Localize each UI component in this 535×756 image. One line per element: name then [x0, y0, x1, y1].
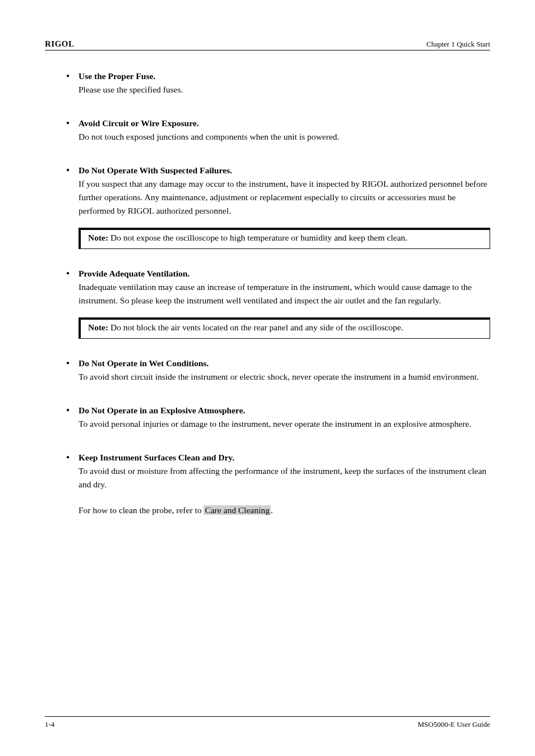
list-item: Avoid Circuit or Wire Exposure. Do not t…	[66, 117, 490, 144]
list-item: Do Not Operate With Suspected Failures. …	[66, 164, 490, 253]
list-item: Use the Proper Fuse. Please use the spec…	[66, 70, 490, 96]
item-text: Please use the specified fuses.	[79, 85, 183, 94]
note-body: Do not expose the oscilloscope to high t…	[108, 233, 407, 242]
page-footer: 1-4 MSO5000-E User Guide	[45, 716, 490, 729]
page-number: 1-4	[45, 720, 54, 729]
list-item: Provide Adequate Ventilation. Inadequate…	[66, 267, 490, 343]
page-header: RIGOL Chapter 1 Quick Start	[45, 39, 490, 50]
note-body: Do not block the air vents located on th…	[108, 322, 403, 332]
list-item: Do Not Operate in an Explosive Atmospher…	[66, 404, 490, 431]
text-fragment: .	[271, 505, 273, 515]
list-item: Do Not Operate in Wet Conditions. To avo…	[66, 357, 490, 384]
item-text: To avoid personal injuries or damage to …	[79, 419, 472, 428]
bullet-icon	[66, 404, 79, 431]
item-title: Do Not Operate in an Explosive Atmospher…	[79, 404, 490, 417]
item-title: Keep Instrument Surfaces Clean and Dry.	[79, 451, 490, 464]
item-title: Use the Proper Fuse.	[79, 70, 490, 83]
item-title: Provide Adequate Ventilation.	[79, 267, 490, 280]
note-box: Note: Do not block the air vents located…	[79, 317, 490, 339]
bullet-icon	[66, 164, 79, 253]
bullet-icon	[66, 117, 79, 144]
bullet-icon	[66, 451, 79, 517]
content-body: Use the Proper Fuse. Please use the spec…	[45, 70, 490, 517]
item-text: To avoid dust or moisture from affecting…	[79, 464, 490, 491]
item-text: Do not touch exposed junctions and compo…	[79, 132, 339, 141]
text-fragment: For how to clean the probe, refer to	[79, 505, 204, 515]
item-title: Do Not Operate With Suspected Failures.	[79, 164, 490, 177]
bullet-icon	[66, 357, 79, 384]
cross-ref-link[interactable]: Care and Cleaning	[204, 505, 270, 515]
chapter-label: Chapter 1 Quick Start	[426, 40, 490, 49]
note-label: Note:	[88, 233, 108, 242]
bullet-icon	[66, 70, 79, 96]
brand-label: RIGOL	[45, 39, 75, 49]
item-text: Inadequate ventilation may cause an incr…	[79, 282, 472, 305]
item-title: Avoid Circuit or Wire Exposure.	[79, 117, 490, 130]
list-item: Keep Instrument Surfaces Clean and Dry. …	[66, 451, 490, 517]
doc-title: MSO5000-E User Guide	[418, 720, 490, 729]
note-box: Note: Do not expose the oscilloscope to …	[79, 228, 490, 249]
item-text: To avoid short circuit inside the instru…	[79, 372, 479, 381]
item-text-line2: For how to clean the probe, refer to Car…	[79, 504, 490, 517]
item-title: Do Not Operate in Wet Conditions.	[79, 357, 490, 370]
note-label: Note:	[88, 322, 108, 332]
item-text: If you suspect that any damage may occur…	[79, 179, 487, 215]
bullet-icon	[66, 267, 79, 343]
